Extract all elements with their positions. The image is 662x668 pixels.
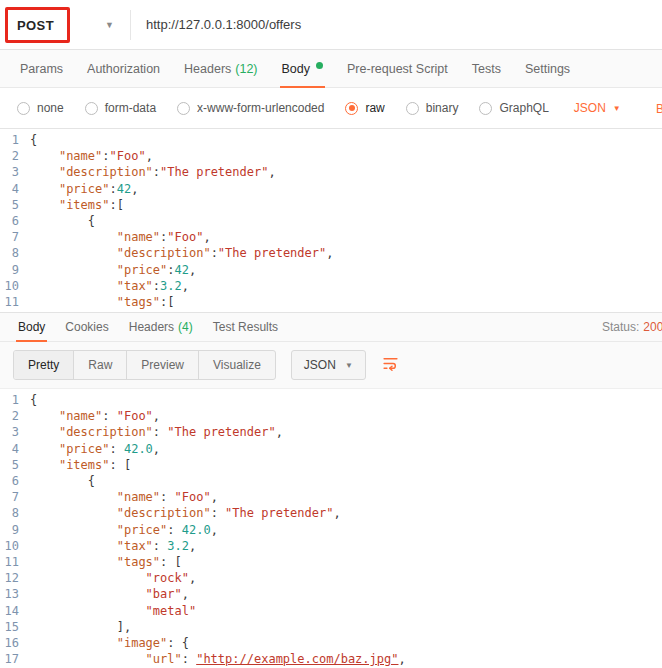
line-number: 14 bbox=[0, 603, 30, 619]
line-number: 11 bbox=[0, 554, 30, 570]
tab-label: Cookies bbox=[65, 320, 108, 334]
code-line-content: "price":42, bbox=[30, 262, 196, 278]
request-tabs: Params Authorization Headers(12) Body Pr… bbox=[0, 50, 662, 88]
view-preview-button[interactable]: Preview bbox=[127, 351, 199, 379]
radio-selected-icon bbox=[345, 102, 358, 115]
raw-language-dropdown[interactable]: JSON▼ bbox=[574, 101, 621, 115]
tab-tests[interactable]: Tests bbox=[460, 50, 513, 87]
code-line: 11 "tags": [ bbox=[0, 554, 662, 570]
headers-count: (4) bbox=[178, 320, 193, 334]
line-number: 16 bbox=[0, 635, 30, 651]
code-line: 4 "price": 42.0, bbox=[0, 441, 662, 457]
request-body-editor[interactable]: 1{2 "name":"Foo",3 "description":"The pr… bbox=[0, 129, 662, 312]
tab-headers[interactable]: Headers(12) bbox=[172, 50, 269, 87]
body-present-dot bbox=[316, 62, 323, 69]
code-line-content: "tags": [ bbox=[30, 554, 182, 570]
code-line: 15 ], bbox=[0, 619, 662, 635]
line-number: 1 bbox=[0, 132, 30, 148]
line-number: 15 bbox=[0, 619, 30, 635]
mode-x-www-form-urlencoded[interactable]: x-www-form-urlencoded bbox=[177, 101, 324, 115]
view-pretty-button[interactable]: Pretty bbox=[14, 351, 74, 379]
line-number: 5 bbox=[0, 457, 30, 473]
line-number: 2 bbox=[0, 408, 30, 424]
code-line-content: "rock", bbox=[30, 570, 196, 586]
line-number: 11 bbox=[0, 294, 30, 310]
code-line-content: { bbox=[30, 473, 95, 489]
code-line-content: "tax": 3.2, bbox=[30, 538, 196, 554]
mode-graphql[interactable]: GraphQL bbox=[479, 101, 548, 115]
status-value: 200 bbox=[643, 320, 662, 334]
code-line-content: "description": "The pretender", bbox=[30, 424, 283, 440]
response-tab-headers[interactable]: Headers(4) bbox=[119, 313, 203, 341]
tab-label: Settings bbox=[525, 62, 570, 76]
chevron-down-icon[interactable]: ▼ bbox=[105, 20, 114, 30]
line-number: 3 bbox=[0, 164, 30, 180]
method-dropdown[interactable]: POST ▼ bbox=[0, 7, 130, 43]
code-line-content: "image": { bbox=[30, 635, 189, 651]
code-line-content: "price":42, bbox=[30, 181, 138, 197]
code-line: 7 "name":"Foo", bbox=[0, 229, 662, 245]
tab-label: Headers bbox=[129, 320, 174, 334]
beautify-link[interactable]: Beautify bbox=[656, 102, 662, 116]
code-line: 3 "description": "The pretender", bbox=[0, 424, 662, 440]
code-line-content: { bbox=[30, 132, 37, 148]
code-line-content: "items":[ bbox=[30, 197, 124, 213]
line-number: 1 bbox=[0, 392, 30, 408]
code-line-content: "items": [ bbox=[30, 457, 131, 473]
response-language-dropdown[interactable]: JSON ▼ bbox=[291, 350, 366, 380]
mode-label: none bbox=[37, 101, 64, 115]
code-line: 5 "items": [ bbox=[0, 457, 662, 473]
response-tab-body[interactable]: Body bbox=[8, 313, 55, 341]
code-line-content: { bbox=[30, 213, 95, 229]
tab-params[interactable]: Params bbox=[8, 50, 75, 87]
response-tab-test-results[interactable]: Test Results bbox=[203, 313, 288, 341]
code-line: 12 "rock", bbox=[0, 570, 662, 586]
code-line-content: "tax":3.2, bbox=[30, 278, 189, 294]
radio-icon bbox=[85, 102, 98, 115]
code-line-content: "metal" bbox=[30, 603, 196, 619]
code-line-content: "price": 42.0, bbox=[30, 441, 160, 457]
code-line-content: "name": "Foo", bbox=[30, 408, 160, 424]
mode-form-data[interactable]: form-data bbox=[85, 101, 156, 115]
response-tab-cookies[interactable]: Cookies bbox=[55, 313, 118, 341]
response-tabs: Body Cookies Headers(4) Test Results Sta… bbox=[0, 312, 662, 342]
code-line: 9 "price":42, bbox=[0, 262, 662, 278]
code-line: 9 "price": 42.0, bbox=[0, 522, 662, 538]
tab-body[interactable]: Body bbox=[270, 50, 336, 87]
view-visualize-button[interactable]: Visualize bbox=[199, 351, 275, 379]
code-line-content: "bar", bbox=[30, 586, 189, 602]
view-raw-button[interactable]: Raw bbox=[74, 351, 127, 379]
code-line-content: "description":"The pretender", bbox=[30, 245, 333, 261]
tab-pre-request-script[interactable]: Pre-request Script bbox=[335, 50, 460, 87]
mode-binary[interactable]: binary bbox=[406, 101, 459, 115]
status-label: Status: bbox=[602, 320, 639, 334]
mode-raw[interactable]: raw bbox=[345, 101, 384, 115]
tab-label: Authorization bbox=[87, 62, 160, 76]
tab-label: Pre-request Script bbox=[347, 62, 448, 76]
radio-icon bbox=[479, 102, 492, 115]
code-line: 6 { bbox=[0, 473, 662, 489]
url-input[interactable]: http://127.0.0.1:8000/offers bbox=[131, 17, 662, 32]
tab-label: Headers bbox=[184, 62, 231, 76]
line-number: 5 bbox=[0, 197, 30, 213]
line-number: 10 bbox=[0, 278, 30, 294]
code-line-content: "name":"Foo", bbox=[30, 148, 153, 164]
language-label: JSON bbox=[304, 358, 336, 372]
line-number: 12 bbox=[0, 570, 30, 586]
mode-none[interactable]: none bbox=[17, 101, 64, 115]
wrap-line-button[interactable] bbox=[382, 355, 399, 376]
response-body-editor[interactable]: 1{2 "name": "Foo",3 "description": "The … bbox=[0, 389, 662, 667]
code-line-content: "description":"The pretender", bbox=[30, 164, 276, 180]
tab-authorization[interactable]: Authorization bbox=[75, 50, 172, 87]
line-number: 3 bbox=[0, 424, 30, 440]
code-line: 13 "bar", bbox=[0, 586, 662, 602]
line-number: 17 bbox=[0, 651, 30, 667]
code-line: 2 "name":"Foo", bbox=[0, 148, 662, 164]
line-number: 13 bbox=[0, 586, 30, 602]
line-number: 7 bbox=[0, 229, 30, 245]
code-line: 3 "description":"The pretender", bbox=[0, 164, 662, 180]
code-line: 2 "name": "Foo", bbox=[0, 408, 662, 424]
tab-label: Params bbox=[20, 62, 63, 76]
tab-settings[interactable]: Settings bbox=[513, 50, 582, 87]
code-line: 5 "items":[ bbox=[0, 197, 662, 213]
